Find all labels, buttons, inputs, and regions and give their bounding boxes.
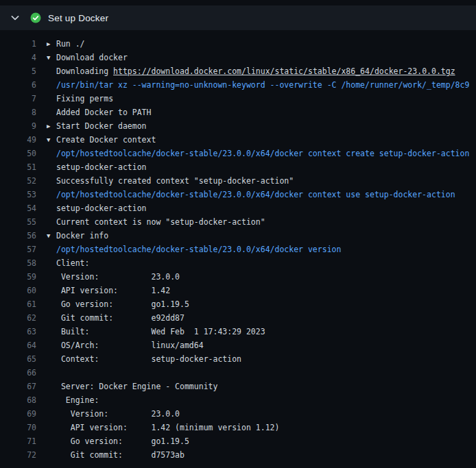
line-number[interactable]: 54	[0, 201, 36, 215]
group-toggle-icon	[36, 352, 56, 366]
line-number[interactable]: 53	[0, 188, 36, 201]
group-toggle-icon	[36, 407, 56, 421]
line-number[interactable]: 66	[0, 366, 36, 380]
line-text: Download docker	[56, 51, 128, 64]
line-text: Server: Docker Engine - Community	[56, 380, 217, 393]
group-toggle-icon	[36, 393, 56, 407]
log-line: 66	[0, 366, 476, 380]
line-number[interactable]: 61	[0, 297, 36, 311]
line-number[interactable]: 1	[0, 37, 36, 51]
line-number[interactable]: 67	[0, 380, 36, 393]
log-line: 62 Git commit: e92dd87	[0, 311, 476, 325]
line-text: Fixing perms	[56, 92, 113, 106]
log-line: 5 Downloading https://download.docker.co…	[0, 64, 476, 78]
log-line: 58 Client:	[0, 256, 476, 270]
success-check-icon	[30, 12, 41, 23]
line-number[interactable]: 6	[0, 78, 36, 92]
log-line: 65 Context: setup-docker-action	[0, 352, 476, 366]
line-number[interactable]: 7	[0, 92, 36, 106]
line-number[interactable]: 59	[0, 270, 36, 284]
line-text: setup-docker-action	[56, 201, 147, 215]
group-toggle-icon	[36, 215, 56, 229]
line-number[interactable]: 9	[0, 119, 36, 133]
group-toggle-icon	[36, 338, 56, 352]
line-number[interactable]: 50	[0, 147, 36, 160]
chevron-down-icon[interactable]	[10, 12, 21, 23]
line-number[interactable]: 64	[0, 338, 36, 352]
line-text: /opt/hostedtoolcache/docker-stable/23.0.…	[56, 243, 341, 256]
line-text: /opt/hostedtoolcache/docker-stable/23.0.…	[56, 188, 455, 201]
log-line: 64 OS/Arch: linux/amd64	[0, 338, 476, 352]
line-text: /opt/hostedtoolcache/docker-stable/23.0.…	[56, 147, 469, 160]
group-toggle-icon	[36, 160, 56, 174]
line-number[interactable]: 4	[0, 51, 36, 64]
group-toggle-icon	[36, 270, 56, 284]
line-number[interactable]: 69	[0, 407, 36, 421]
group-toggle-icon	[36, 256, 56, 270]
line-text: Downloading https://download.docker.com/…	[56, 64, 455, 78]
line-text: Docker info	[56, 229, 108, 243]
log-line: 72 Git commit: d7573ab	[0, 448, 476, 462]
group-toggle-icon[interactable]: ▼	[36, 133, 56, 147]
log-line: 6 /usr/bin/tar xz --warning=no-unknown-k…	[0, 78, 476, 92]
group-toggle-icon[interactable]: ▼	[36, 51, 56, 64]
log-line: 59 Version: 23.0.0	[0, 270, 476, 284]
line-text: Go version: go1.19.5	[56, 297, 189, 311]
log-line: 71 Go version: go1.19.5	[0, 434, 476, 448]
line-number[interactable]: 55	[0, 215, 36, 229]
log-line: 56 ▼ Docker info	[0, 229, 476, 243]
line-number[interactable]: 49	[0, 133, 36, 147]
line-text: API version: 1.42	[56, 284, 170, 297]
log-line: 63 Built: Wed Feb 1 17:43:29 2023	[0, 325, 476, 338]
log-line: 52 Successfully created context "setup-d…	[0, 174, 476, 188]
group-toggle-icon	[36, 243, 56, 256]
group-toggle-icon	[36, 434, 56, 448]
log-line: 70 API version: 1.42 (minimum version 1.…	[0, 421, 476, 434]
line-text: Version: 23.0.0	[56, 270, 180, 284]
line-number[interactable]: 51	[0, 160, 36, 174]
line-number[interactable]: 65	[0, 352, 36, 366]
group-toggle-icon	[36, 366, 56, 380]
group-toggle-icon	[36, 147, 56, 160]
line-number[interactable]: 68	[0, 393, 36, 407]
line-text: Engine:	[56, 393, 99, 407]
line-number[interactable]: 5	[0, 64, 36, 78]
line-number[interactable]: 52	[0, 174, 36, 188]
line-text: Git commit: d7573ab	[56, 448, 185, 462]
line-text: setup-docker-action	[56, 160, 147, 174]
line-number[interactable]: 56	[0, 229, 36, 243]
line-number[interactable]: 71	[0, 434, 36, 448]
group-toggle-icon	[36, 297, 56, 311]
log-line: 69 Version: 23.0.0	[0, 407, 476, 421]
group-toggle-icon	[36, 78, 56, 92]
line-number[interactable]: 8	[0, 106, 36, 119]
line-text: /usr/bin/tar xz --warning=no-unknown-key…	[56, 78, 469, 92]
log-line: 50 /opt/hostedtoolcache/docker-stable/23…	[0, 147, 476, 160]
log-line: 55 Current context is now "setup-docker-…	[0, 215, 476, 229]
group-toggle-icon	[36, 92, 56, 106]
group-toggle-icon[interactable]: ▶	[36, 119, 56, 133]
line-text: Context: setup-docker-action	[56, 352, 241, 366]
line-number[interactable]: 70	[0, 421, 36, 434]
log-link[interactable]: https://download.docker.com/linux/static…	[113, 66, 455, 76]
line-text: Current context is now "setup-docker-act…	[56, 215, 265, 229]
line-number[interactable]: 57	[0, 243, 36, 256]
line-number[interactable]: 62	[0, 311, 36, 325]
group-toggle-icon[interactable]: ▼	[36, 229, 56, 243]
step-title: Set up Docker	[48, 13, 108, 23]
log-viewer: 1 ▶ Run ./ 4 ▼ Download docker 5 Downloa…	[0, 30, 476, 462]
group-toggle-icon	[36, 106, 56, 119]
step-header[interactable]: Set up Docker	[0, 5, 476, 30]
log-line: 67 Server: Docker Engine - Community	[0, 380, 476, 393]
group-toggle-icon	[36, 201, 56, 215]
log-line: 8 Added Docker to PATH	[0, 106, 476, 119]
line-number[interactable]: 58	[0, 256, 36, 270]
group-toggle-icon	[36, 421, 56, 434]
group-toggle-icon	[36, 325, 56, 338]
line-number[interactable]: 72	[0, 448, 36, 462]
log-line: 4 ▼ Download docker	[0, 51, 476, 64]
line-number[interactable]: 63	[0, 325, 36, 338]
group-toggle-icon	[36, 380, 56, 393]
group-toggle-icon[interactable]: ▶	[36, 37, 56, 51]
line-number[interactable]: 60	[0, 284, 36, 297]
